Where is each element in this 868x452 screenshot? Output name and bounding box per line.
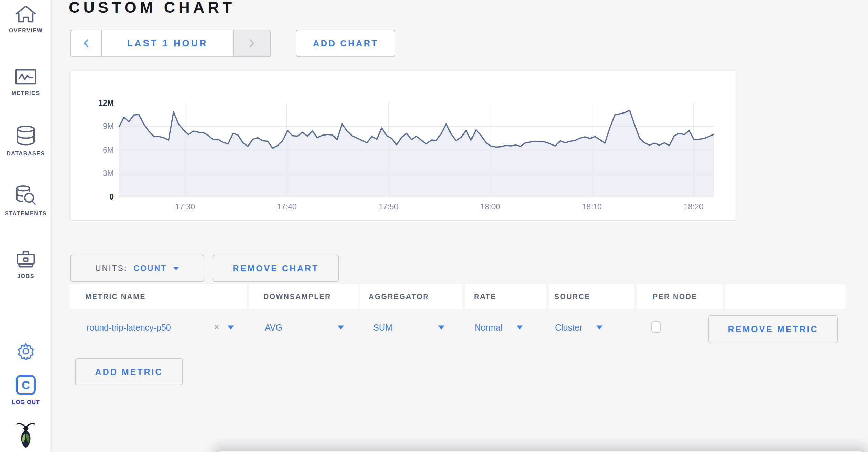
y-tick-label: 6M (73, 145, 114, 154)
time-range-next-button[interactable] (233, 30, 270, 56)
metric-caret-down-icon[interactable] (228, 326, 234, 330)
sidebar-item-label: DATABASES (7, 151, 45, 157)
aggregator-caret-down-icon[interactable] (438, 326, 444, 330)
sidebar-item-label: STATEMENTS (5, 211, 47, 217)
add-chart-button[interactable]: ADD CHART (296, 30, 395, 57)
x-tick-label: 17:40 (259, 202, 314, 212)
line-chart (70, 71, 736, 221)
sidebar-item-settings[interactable] (0, 343, 52, 360)
downsampler-caret-down-icon[interactable] (338, 326, 344, 330)
source-caret-down-icon[interactable] (596, 326, 603, 330)
chevron-right-icon (249, 39, 255, 48)
x-tick-label: 18:00 (463, 202, 518, 212)
y-tick-label: 9M (73, 122, 114, 131)
x-tick-label: 17:50 (361, 202, 416, 212)
page-title: CUSTOM CHART (69, 0, 235, 17)
add-metric-button[interactable]: ADD METRIC (75, 358, 183, 385)
sidebar-item-label: JOBS (17, 273, 34, 279)
remove-chart-button[interactable]: REMOVE CHART (213, 255, 339, 282)
sidebar: OVERVIEW METRICS DATABASES (0, 0, 52, 452)
brand-logo (0, 422, 52, 449)
cockroach-bug-icon (16, 422, 35, 449)
rate-caret-down-icon[interactable] (517, 326, 523, 330)
sidebar-item-databases[interactable]: DATABASES (0, 125, 52, 157)
y-tick-label: 12M (73, 98, 114, 108)
databases-icon (15, 125, 36, 147)
column-header-metric-name: METRIC NAME (85, 284, 146, 309)
logout-label: LOG OUT (12, 399, 40, 406)
units-value: COUNT (133, 264, 167, 273)
y-tick-label: 0 (73, 192, 114, 202)
remove-metric-button[interactable]: REMOVE METRIC (708, 315, 838, 343)
caret-down-icon (173, 267, 179, 270)
sidebar-item-metrics[interactable]: METRICS (0, 67, 52, 96)
column-header-per-node: PER NODE (653, 284, 697, 309)
jobs-icon (15, 249, 36, 269)
statements-icon (15, 185, 36, 206)
source-select[interactable]: Cluster (555, 323, 582, 333)
metric-name-value[interactable]: round-trip-latency-p50 (87, 323, 171, 333)
header-cell (726, 284, 845, 309)
units-label: UNITS: (95, 264, 127, 273)
home-icon (15, 4, 36, 23)
sidebar-item-jobs[interactable]: JOBS (0, 249, 52, 279)
chart-card: 03M6M9M12M 17:3017:4017:5018:0018:1018:2… (69, 71, 736, 221)
sidebar-item-overview[interactable]: OVERVIEW (0, 4, 52, 34)
units-dropdown[interactable]: UNITS: COUNT (70, 255, 204, 282)
cockroach-c-logo: C (16, 375, 36, 395)
time-range-selector: LAST 1 HOUR (70, 30, 271, 57)
column-header-aggregator: AGGREGATOR (369, 284, 429, 309)
column-header-rate: RATE (474, 284, 497, 309)
column-header-source: SOURCE (554, 284, 590, 309)
sidebar-item-logout[interactable]: C LOG OUT (0, 375, 52, 406)
sidebar-item-label: OVERVIEW (9, 28, 43, 34)
x-tick-label: 18:10 (564, 202, 619, 212)
x-tick-label: 18:20 (666, 202, 721, 212)
time-range-prev-button[interactable] (71, 30, 102, 56)
c-logo-letter: C (22, 378, 30, 392)
rate-select[interactable]: Normal (475, 323, 502, 333)
column-header-downsampler: DOWNSAMPLER (263, 284, 331, 309)
downsampler-select[interactable]: AVG (265, 323, 282, 333)
y-tick-label: 3M (73, 169, 114, 178)
metrics-icon (15, 67, 36, 86)
chevron-left-icon (83, 39, 89, 48)
sidebar-item-label: METRICS (11, 90, 40, 96)
gear-icon (17, 343, 34, 360)
sidebar-item-statements[interactable]: STATEMENTS (0, 185, 52, 217)
per-node-checkbox[interactable] (651, 321, 661, 333)
aggregator-select[interactable]: SUM (373, 323, 392, 333)
clear-metric-icon[interactable]: × (214, 322, 219, 333)
time-range-label[interactable]: LAST 1 HOUR (102, 30, 233, 56)
x-tick-label: 17:30 (158, 202, 213, 212)
